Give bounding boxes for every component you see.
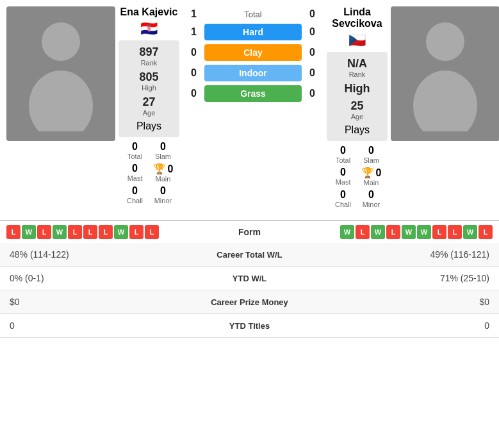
top-row: Ena Kajevic 🇭🇷 897 Rank 805 High 27 Age … — [0, 0, 499, 215]
player1-slam-lbl: Slam — [153, 153, 174, 160]
total-row: 1 Total 0 — [186, 8, 320, 20]
player1-age-label: Age — [142, 109, 155, 117]
clay-score-left: 0 — [186, 47, 202, 58]
player1-total-lbl: Total — [125, 153, 145, 160]
stats-row: 0 YTD Titles 0 — [0, 314, 499, 338]
player2-mast-cell: 0 Mast — [333, 167, 354, 187]
player2-age-value: 25 — [350, 99, 363, 113]
stats-row: $0 Career Prize Money $0 — [0, 290, 499, 314]
clay-score-right: 0 — [304, 47, 320, 58]
player2-slam-val: 0 — [361, 145, 382, 156]
player1-stats-panel: 897 Rank 805 High 27 Age Plays — [119, 40, 179, 137]
player1-plays: Plays — [136, 120, 161, 132]
grass-score-right: 0 — [304, 88, 320, 99]
hard-score-right: 0 — [304, 26, 320, 38]
grass-score-left: 0 — [186, 88, 202, 99]
player1-trophy-main: 🏆 0 Main — [153, 163, 174, 183]
player1-mast-lbl: Mast — [127, 174, 143, 182]
player2-rank-group: N/A Rank — [347, 57, 367, 78]
form-badge-l: L — [448, 225, 462, 239]
clay-row: 0 Clay 0 — [186, 44, 320, 61]
player1-chall-val: 0 — [125, 185, 145, 197]
player2-plays: Plays — [345, 124, 370, 136]
form-label: Form — [238, 227, 261, 237]
player1-high-value: 805 — [139, 71, 158, 84]
player1-rank-group: 897 Rank — [139, 46, 158, 67]
player1-total-cell: 0 Total — [125, 141, 145, 160]
player2-trophy-main: 🏆 0 Main — [361, 167, 382, 187]
stat-label-3: YTD Titles — [154, 314, 344, 338]
indoor-badge: Indoor — [204, 65, 302, 81]
player2-trophy-icon: 🏆 — [361, 167, 374, 179]
player2-chall-lbl: Chall — [333, 201, 354, 208]
player1-age-value: 27 — [142, 95, 155, 109]
stat-left-0: 48% (114-122) — [0, 243, 154, 267]
player2-silhouette — [391, 6, 499, 141]
player2-high-value: High — [345, 82, 370, 95]
stats-row: 0% (0-1) YTD W/L 71% (25-10) — [0, 267, 499, 290]
player1-chall-lbl: Chall — [125, 197, 145, 204]
hard-row: 1 Hard 0 — [186, 24, 320, 40]
player2-chall-val: 0 — [333, 189, 354, 201]
player1-chall-cell: 0 Chall — [125, 185, 145, 204]
player1-mast-cell: 0 Mast — [125, 163, 145, 183]
player1-main-val: 0 — [168, 163, 174, 175]
player1-high-label: High — [139, 84, 158, 92]
player1-mast-val: 0 — [132, 163, 138, 174]
player2-age-group: 25 Age — [350, 99, 363, 120]
form-badge-l: L — [479, 225, 493, 239]
player2-mast-lbl: Mast — [336, 178, 351, 186]
player1-high-group: 805 High — [139, 71, 158, 92]
svg-point-2 — [426, 22, 464, 61]
total-score-right: 0 — [304, 8, 320, 20]
player1-total-val: 0 — [125, 141, 145, 153]
player1-trophy-icon: 🏆 — [153, 163, 166, 175]
player1-flag: 🇭🇷 — [140, 21, 158, 37]
player2-age-label: Age — [350, 113, 363, 120]
form-badge-w: W — [402, 225, 416, 239]
stat-label-2: Career Prize Money — [154, 290, 344, 314]
player2-sub-stats: 0 Total 0 Slam 0 Mast 🏆 0 Main — [333, 145, 382, 208]
stats-table: 48% (114-122) Career Total W/L 49% (116-… — [0, 243, 499, 338]
indoor-score-left: 0 — [186, 67, 202, 79]
grass-row: 0 Grass 0 — [186, 85, 320, 102]
stat-right-1: 71% (25-10) — [345, 267, 499, 290]
total-label: Total — [202, 10, 304, 19]
player2-minor-val: 0 — [361, 189, 382, 201]
player2-rank-value: N/A — [347, 57, 367, 71]
player1-rank-value: 897 — [139, 46, 158, 59]
player2-high-group: High — [345, 82, 370, 95]
player1-form: LWLWLLLWLL — [6, 225, 159, 239]
player1-main-lbl: Main — [156, 175, 171, 183]
stat-label-1: YTD W/L — [154, 267, 344, 290]
center-matches: 1 Total 0 1 Hard 0 0 Clay 0 0 Indoor 0 — [183, 6, 323, 104]
stat-left-2: $0 — [0, 290, 154, 314]
form-badge-w: W — [22, 225, 36, 239]
player1-photo — [6, 6, 115, 141]
grass-badge: Grass — [204, 85, 302, 102]
player2-main-val: 0 — [376, 167, 382, 179]
player1-age-group: 27 Age — [142, 95, 155, 117]
player1-silhouette — [6, 6, 115, 141]
hard-badge: Hard — [204, 24, 302, 40]
player2-rank-label: Rank — [347, 71, 367, 78]
player2-form: WLWLWWLLWL — [340, 225, 493, 239]
player2-total-val: 0 — [333, 145, 354, 156]
svg-point-1 — [29, 71, 93, 131]
player1-slam-cell: 0 Slam — [153, 141, 174, 160]
player1-rank-label: Rank — [139, 59, 158, 67]
total-score-left: 1 — [186, 8, 202, 20]
player2-chall-cell: 0 Chall — [333, 189, 354, 208]
player1-minor-val: 0 — [153, 185, 174, 197]
player2-main-lbl: Main — [364, 179, 379, 187]
form-badge-w: W — [340, 225, 354, 239]
form-badge-l: L — [99, 225, 113, 239]
player2-flag: 🇨🇿 — [348, 32, 366, 49]
player1-slam-val: 0 — [153, 141, 174, 153]
form-badge-l: L — [356, 225, 370, 239]
player2-total-cell: 0 Total — [333, 145, 354, 164]
stats-row: 48% (114-122) Career Total W/L 49% (116-… — [0, 243, 499, 267]
stat-left-3: 0 — [0, 314, 154, 338]
stat-right-0: 49% (116-121) — [345, 243, 499, 267]
player2-mast-val: 0 — [340, 167, 346, 178]
